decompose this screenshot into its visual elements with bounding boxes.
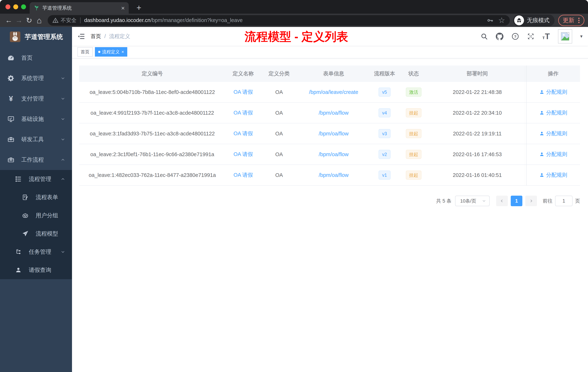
sidebar-item-label: 用户分组 [36, 212, 65, 219]
sidebar-item-process-form[interactable]: 流程表单 [0, 188, 72, 206]
pagination: 共 5 条 10条/页 1 前往 页 [436, 196, 580, 206]
sidebar-toggle-icon[interactable] [77, 33, 85, 40]
breadcrumb-home[interactable]: 首页 [91, 33, 101, 40]
breadcrumb: 首页 / 流程定义 [91, 33, 130, 40]
app-title: 芋道管理系统 [25, 33, 63, 41]
new-tab-button[interactable]: + [134, 2, 144, 13]
browser-window: 芋道管理系统 × + ← → ↻ ⌂ 不安全 dashboard.yudao.i… [0, 0, 588, 372]
forward-icon[interactable]: → [14, 15, 24, 25]
sidebar-item-workflow[interactable]: 工作流程 [0, 150, 72, 170]
assign-rule-button[interactable]: 分配规则 [539, 109, 567, 117]
definition-name-link[interactable]: OA 请假 [233, 89, 253, 95]
tab-strip: 芋道管理系统 × + [0, 0, 588, 14]
window-minimize-button[interactable] [13, 4, 18, 9]
kebab-menu-icon[interactable] [578, 17, 580, 23]
home-icon[interactable]: ⌂ [34, 15, 44, 25]
definition-name-link[interactable]: OA 请假 [233, 172, 253, 178]
fixed-column-divider [526, 66, 527, 186]
status-badge: 挂起 [406, 171, 421, 180]
bookmark-star-icon[interactable]: ☆ [498, 16, 505, 25]
col-header-status: 状态 [399, 70, 428, 77]
chevron-up-icon [60, 157, 65, 162]
user-icon [539, 110, 544, 115]
chevron-up-icon [60, 176, 65, 182]
tag-close-icon[interactable]: × [121, 50, 124, 54]
sidebar-item-dev-tools[interactable]: 研发工具 [0, 129, 72, 150]
tab-close-icon[interactable]: × [121, 5, 125, 11]
page-size-select[interactable]: 10条/页 [455, 196, 490, 206]
sidebar-item-infrastructure[interactable]: 基础设施 [0, 109, 72, 129]
toolbox-icon [7, 136, 15, 143]
list-icon [14, 176, 22, 183]
back-icon[interactable]: ← [4, 15, 14, 25]
chevron-down-icon [60, 96, 65, 101]
next-page-button[interactable] [525, 196, 537, 206]
form-link[interactable]: /bpm/oa/flow [319, 172, 348, 178]
form-link[interactable]: /bpm/oa/leave/create [309, 89, 358, 95]
search-icon[interactable] [481, 33, 488, 40]
warning-icon [52, 17, 59, 23]
window-close-button[interactable] [5, 4, 10, 9]
sidebar-item-system[interactable]: 系统管理 [0, 68, 72, 88]
chevron-down-icon [60, 249, 65, 254]
form-link[interactable]: /bpm/oa/flow [319, 110, 348, 116]
url-text[interactable]: dashboard.yudao.iocoder.cn/bpm/manager/d… [84, 17, 482, 23]
table-header-row: 定义编号 定义名称 定义分类 表单信息 流程版本 状态 部署时间 操作 [79, 66, 580, 82]
col-header-version: 流程版本 [370, 70, 399, 77]
goto-unit-label: 页 [575, 198, 580, 204]
sidebar-item-leave-query[interactable]: 请假查询 [0, 261, 72, 279]
dashboard-icon [7, 54, 15, 62]
caret-down-icon[interactable]: ▾ [580, 33, 583, 39]
address-bar[interactable]: 不安全 dashboard.yudao.iocoder.cn/bpm/manag… [48, 15, 510, 26]
goto-page-input[interactable] [555, 196, 573, 206]
sidebar-item-label: 系统管理 [21, 75, 60, 82]
table-row: oa_leave:2:3c1f0ef1-76b1-11ec-9c66-a2380… [79, 144, 580, 165]
version-badge: v2 [378, 150, 390, 159]
form-link[interactable]: /bpm/oa/flow [319, 131, 348, 136]
version-badge: v5 [378, 88, 390, 97]
chevron-right-icon [529, 198, 534, 203]
form-link[interactable]: /bpm/oa/flow [319, 152, 348, 157]
window-zoom-button[interactable] [21, 4, 26, 9]
assign-rule-button[interactable]: 分配规则 [539, 88, 567, 96]
sidebar-item-process-management[interactable]: 流程管理 [0, 170, 72, 188]
definition-name-link[interactable]: OA 请假 [233, 151, 253, 157]
cell-category: OA [261, 152, 297, 157]
browser-tab[interactable]: 芋道管理系统 × [30, 2, 129, 14]
sidebar-item-user-group[interactable]: 用户分组 [0, 206, 72, 225]
assign-rule-label: 分配规则 [546, 88, 567, 96]
sidebar-item-label: 工作流程 [21, 156, 60, 164]
status-badge: 挂起 [406, 108, 421, 117]
fullscreen-icon[interactable] [527, 33, 534, 40]
assign-rule-button[interactable]: 分配规则 [539, 151, 567, 158]
sidebar-item-home[interactable]: 首页 [0, 48, 72, 68]
page-number-current[interactable]: 1 [511, 196, 522, 206]
sidebar-item-label: 流程模型 [36, 230, 65, 238]
definition-name-link[interactable]: OA 请假 [233, 131, 253, 136]
user-icon [14, 267, 22, 273]
prev-page-button[interactable] [496, 196, 508, 206]
sidebar-logo[interactable]: 芋道管理系统 [0, 27, 72, 47]
cell-category: OA [261, 172, 297, 178]
github-icon[interactable] [496, 33, 504, 40]
chevron-down-icon [60, 76, 65, 81]
assign-rule-button[interactable]: 分配规则 [539, 130, 567, 137]
password-key-icon[interactable] [487, 17, 494, 24]
assign-rule-button[interactable]: 分配规则 [539, 171, 567, 179]
sidebar-item-process-model[interactable]: 流程模型 [0, 225, 72, 243]
reload-icon[interactable]: ↻ [24, 15, 34, 25]
sidebar-item-payment[interactable]: ¥ 支付管理 [0, 88, 72, 109]
tag-process-definition[interactable]: 流程定义 × [95, 47, 127, 57]
help-icon[interactable]: ? [512, 33, 519, 40]
user-avatar[interactable] [558, 29, 572, 44]
definition-name-link[interactable]: OA 请假 [233, 110, 253, 116]
tag-home[interactable]: 首页 [77, 47, 93, 57]
browser-update-button[interactable]: 更新 [558, 15, 584, 26]
version-badge: v4 [378, 108, 390, 117]
incognito-label: 无痕模式 [527, 17, 549, 24]
sidebar-item-task-management[interactable]: 任务管理 [0, 243, 72, 261]
security-warning[interactable]: 不安全 [52, 17, 76, 24]
cell-deploy-time: 2022-01-22 19:19:11 [428, 131, 526, 137]
font-size-icon[interactable]: тT [542, 32, 550, 41]
chevron-down-icon [60, 117, 65, 121]
